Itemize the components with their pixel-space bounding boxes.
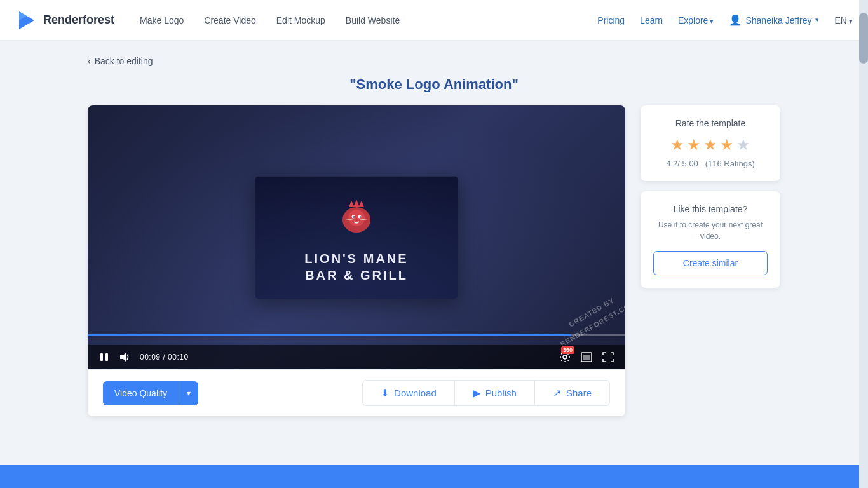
progress-bar[interactable]: [88, 334, 625, 336]
like-title: Like this template?: [653, 204, 768, 214]
progress-fill: [88, 334, 571, 336]
logo-link[interactable]: Renderforest: [15, 9, 114, 32]
nav-create-video[interactable]: Create Video: [204, 15, 255, 25]
quality-arrow-btn[interactable]: ▾: [179, 383, 198, 404]
user-name: Shaneika Jeffrey: [745, 15, 811, 25]
star-2[interactable]: ★: [687, 136, 701, 154]
theater-icon: [581, 352, 592, 362]
watermark: CREATED BY RENDERFOREST.COM: [552, 286, 625, 351]
rating-score: 4.2/ 5.00: [666, 159, 698, 168]
quality-main-btn[interactable]: Video Quality: [103, 382, 179, 405]
like-subtitle: Use it to create your next great video.: [653, 219, 768, 242]
svg-point-8: [353, 216, 355, 217]
pause-icon: [99, 352, 109, 362]
action-btns-right: ⬇ Download ▶ Publish ↗ Share: [362, 380, 610, 406]
publish-button[interactable]: ▶ Publish: [454, 380, 534, 406]
video-quality-button[interactable]: Video Quality ▾: [103, 381, 198, 405]
back-arrow-icon: ‹: [88, 56, 91, 66]
main-content: ‹ Back to editing "Smoke Logo Animation": [0, 41, 868, 442]
volume-button[interactable]: [118, 351, 132, 363]
svg-point-5: [348, 210, 365, 226]
nav-edit-mockup[interactable]: Edit Mockup: [276, 15, 325, 25]
fullscreen-icon: [602, 352, 614, 362]
nav-pricing[interactable]: Pricing: [597, 15, 625, 25]
stars-row[interactable]: ★ ★ ★ ★ ★: [653, 136, 768, 154]
back-link[interactable]: ‹ Back to editing: [88, 56, 153, 66]
nav-explore[interactable]: Explore: [678, 15, 714, 25]
share-icon: ↗: [553, 387, 561, 399]
star-3[interactable]: ★: [703, 136, 717, 154]
svg-rect-13: [100, 353, 103, 361]
logo-icon: [15, 9, 38, 32]
publish-label: Publish: [485, 388, 517, 398]
svg-point-10: [355, 219, 358, 221]
download-label: Download: [394, 388, 437, 398]
rating-count: (116 Ratings): [705, 159, 755, 168]
time-current: 00:09: [140, 353, 161, 362]
side-panel: Rate the template ★ ★ ★ ★ ★ 4.2/ 5.00 (1…: [641, 105, 780, 288]
rating-card: Rate the template ★ ★ ★ ★ ★ 4.2/ 5.00 (1…: [641, 105, 780, 181]
time-separator: /: [163, 353, 168, 362]
video-controls: 00:09 / 00:10 360: [88, 345, 625, 369]
svg-point-16: [563, 355, 567, 359]
share-button[interactable]: ↗ Share: [534, 380, 610, 406]
user-icon: 👤: [729, 14, 742, 26]
svg-marker-15: [120, 353, 126, 362]
download-icon: ⬇: [381, 387, 389, 399]
lion-icon: [331, 194, 382, 245]
lang-selector[interactable]: EN: [834, 15, 853, 25]
nav-make-logo[interactable]: Make Logo: [140, 15, 184, 25]
svg-rect-14: [105, 353, 108, 361]
star-4[interactable]: ★: [720, 136, 734, 154]
time-total: 00:10: [168, 353, 189, 362]
star-5[interactable]: ★: [736, 136, 750, 154]
nav-learn[interactable]: Learn: [640, 15, 663, 25]
publish-icon: ▶: [473, 387, 480, 399]
brand-name: LION'S MANE BAR & GRILL: [304, 250, 408, 283]
pause-button[interactable]: [98, 351, 111, 363]
rate-title: Rate the template: [653, 118, 768, 128]
video-player[interactable]: LION'S MANE BAR & GRILL CREATED BY RENDE…: [88, 105, 625, 369]
svg-rect-18: [583, 355, 590, 360]
create-similar-button[interactable]: Create similar: [653, 251, 768, 275]
volume-icon: [119, 352, 131, 362]
theater-mode-button[interactable]: [580, 351, 593, 363]
video-content: LION'S MANE BAR & GRILL: [255, 176, 458, 299]
video-section: LION'S MANE BAR & GRILL CREATED BY RENDE…: [88, 105, 625, 416]
svg-marker-2: [349, 200, 364, 207]
brand-line2: BAR & GRILL: [305, 268, 408, 282]
download-button[interactable]: ⬇ Download: [362, 380, 454, 406]
page-title: "Smoke Logo Animation": [349, 76, 519, 93]
logo-text: Renderforest: [43, 13, 114, 27]
logo-card: LION'S MANE BAR & GRILL: [255, 176, 458, 299]
back-link-row: ‹ Back to editing: [88, 56, 780, 66]
content-row: LION'S MANE BAR & GRILL CREATED BY RENDE…: [88, 105, 780, 416]
back-link-label: Back to editing: [95, 56, 153, 66]
svg-point-9: [360, 216, 361, 217]
scrollbar-track[interactable]: [859, 0, 868, 488]
scrollbar-thumb[interactable]: [859, 13, 868, 64]
brand-line1: LION'S MANE: [304, 252, 408, 266]
nav-build-website[interactable]: Build Website: [346, 15, 400, 25]
controls-right: 360: [558, 350, 615, 364]
share-label: Share: [566, 388, 592, 398]
bottom-bar: [0, 465, 868, 488]
navbar: Renderforest Make Logo Create Video Edit…: [0, 0, 868, 41]
settings-icon-wrapper[interactable]: 360: [558, 350, 572, 364]
navbar-links: Make Logo Create Video Edit Mockup Build…: [140, 15, 597, 25]
rating-text: 4.2/ 5.00 (116 Ratings): [653, 159, 768, 168]
fullscreen-button[interactable]: [601, 351, 615, 363]
navbar-right: Pricing Learn Explore 👤 Shaneika Jeffrey…: [597, 14, 853, 26]
time-display: 00:09 / 00:10: [140, 353, 189, 362]
action-bar: Video Quality ▾ ⬇ Download ▶ Publish: [88, 369, 625, 416]
like-template-card: Like this template? Use it to create you…: [641, 191, 780, 288]
user-menu[interactable]: 👤 Shaneika Jeffrey: [729, 14, 819, 26]
badge-360: 360: [561, 346, 574, 354]
star-1[interactable]: ★: [670, 136, 684, 154]
